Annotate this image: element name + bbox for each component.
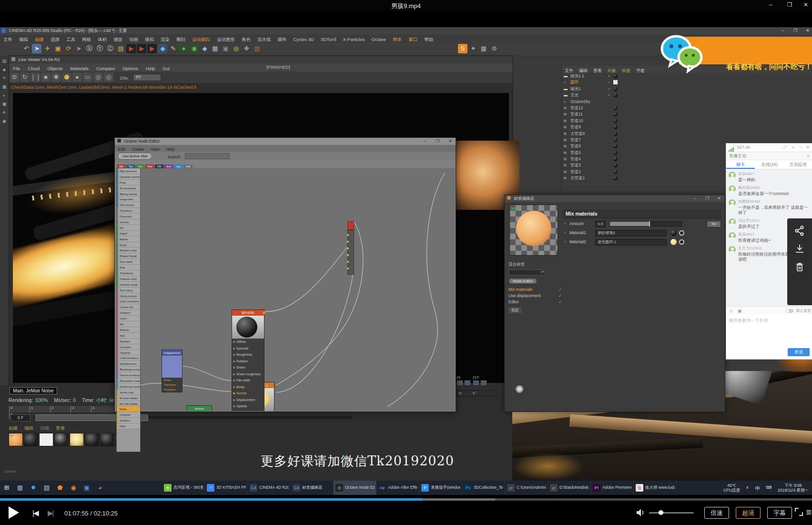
material2-value[interactable]: 发光圆环.1 [595,239,667,246]
amount-value[interactable]: 0.5 [595,221,605,227]
node-type-item[interactable]: Dirt [117,225,140,231]
node-type-item[interactable]: Falloff [117,231,140,237]
taskbar-icon[interactable]: ▣ [81,482,92,494]
object-name[interactable]: 管道6 [570,144,581,148]
layer-dots[interactable]: · · [600,124,603,130]
keyboard-icon[interactable]: ⌨ [766,485,771,490]
node-type-item[interactable]: Scattering medium [117,384,140,390]
minimize-button[interactable]: – [764,1,777,8]
timeline-ruler[interactable]: 012345 [9,405,117,413]
node-type-item[interactable]: UVW transform [117,355,140,361]
node-type-item[interactable]: Filter [117,423,140,429]
c4d-menu-item[interactable]: 运动图形 [217,37,235,42]
c4d-toolbar-icon[interactable]: ▶ [147,44,157,53]
c4d-mode-icon[interactable]: ▣ [1,101,8,107]
taskbar-app-button[interactable]: ◎ Octane Node Ed... [334,481,376,495]
c4d-menu-item[interactable]: 窗口 [408,37,417,42]
c4d-menu-item[interactable]: 动画 [129,37,138,42]
object-row[interactable]: ⧉ 大管道1 · · [562,175,656,181]
node-type-item[interactable]: Instance range [117,282,140,288]
layer-dots[interactable]: · · [600,105,603,111]
node-type-item[interactable]: Checks [117,219,140,225]
object-row[interactable]: ⧉ 管道6 · · [562,143,656,149]
material-editor-minimize[interactable]: – [690,195,700,202]
object-row[interactable]: ▬ 辅光1.1 · · ✓ [562,73,656,79]
material-param-row[interactable]: Displacement [232,397,264,403]
node-type-item[interactable]: Turbulence [117,270,140,276]
taskbar-icon[interactable]: ✸ [28,482,39,494]
node-type-item[interactable]: Displacement [117,361,140,367]
material-param-row[interactable]: Normal [232,390,264,397]
node-editor-menu-item[interactable]: Edit [118,147,125,152]
taskbar-icon[interactable]: ▤ [41,482,52,494]
material-param-row[interactable]: Sheen roughness [232,371,264,378]
chat-username[interactable]: 乐乐0817 [738,172,754,176]
frame-field[interactable]: 0 F [10,414,30,422]
c4d-menu-item[interactable]: 运动跟踪 [192,37,210,42]
material1-value[interactable]: 磨砂玻璃2 [595,230,667,237]
image-node-port[interactable]: Transform [162,382,182,387]
material-thumbnail[interactable] [100,433,114,446]
object-name[interactable]: 管道9 [570,124,581,129]
material-channel-label[interactable]: Use displacement [508,293,541,298]
image-texture-node[interactable]: Imagetexture PowerTransformProjection [162,350,183,392]
node-type-item[interactable]: OSL texture [117,202,140,208]
mix-output-node[interactable] [347,221,354,275]
node-type-item[interactable]: Float [117,180,140,185]
speed-button[interactable]: 倍速 [704,507,729,519]
layer-dots[interactable]: · · [600,73,603,79]
taskbar-app-button[interactable]: Pr Adobe Premiere... [591,481,634,495]
c4d-toolbar-icon[interactable]: ✛ [42,44,52,53]
material-thumbnail[interactable]: Mix [9,433,23,446]
live-viewer-tool-icon[interactable]: ■ [41,72,51,82]
node-type-item[interactable]: Noise [117,406,140,412]
object-row[interactable]: ⧉ 管道5 · · [562,150,656,156]
node-type-item[interactable]: Random color [117,247,140,253]
material-manager-menu-item[interactable]: 功能 [40,425,49,431]
object-manager-menu-item[interactable]: 查看 [593,68,602,73]
c4d-toolbar-icon[interactable]: ▶ [137,44,146,53]
taskbar-icon[interactable]: ◕ [94,482,106,494]
node-type-item[interactable]: Transform [117,208,140,214]
channel-checkbox[interactable]: ✓ [558,287,562,293]
material-param-row[interactable]: Opacity [232,403,264,410]
node-type-item[interactable]: Triplanar [117,350,140,356]
c4d-menu-item[interactable]: 体积 [98,37,107,42]
material-param-row[interactable]: Rotation [232,358,264,365]
node-type-item[interactable]: Noise [117,242,140,248]
c4d-toolbar-icon[interactable]: ⟳ [63,44,73,53]
layer-dots[interactable]: · · [600,150,603,156]
object-name[interactable]: 管道11 [570,112,583,116]
c4d-render-icon[interactable]: ✦ [468,44,478,53]
live-viewer-menu-item[interactable]: Help [146,66,155,71]
emoji-icon[interactable]: ☺ [729,309,733,313]
chat-username[interactable]: 王大力012011 [738,246,762,250]
c4d-menu-item[interactable]: 雕刻 [176,37,185,42]
object-name[interactable]: OctaneSky [570,99,590,104]
c4d-toolbar-icon[interactable]: Ⓩ [105,44,115,53]
c4d-toolbar-icon[interactable]: ↶ [21,44,31,53]
object-name[interactable]: 管道2 [570,169,581,174]
object-manager-menu-item[interactable]: 文件 [565,68,573,73]
object-row[interactable]: ● OctaneSky · · [562,99,656,105]
object-row[interactable]: ⧉ 管道3 · · [562,162,656,168]
c4d-toolbar-icon[interactable]: Ⓨ [95,44,104,53]
live-viewer-tool-icon[interactable]: ⚙ [10,72,19,82]
node-type-item[interactable]: Gradient [117,418,140,423]
collapse-chevron-icon[interactable]: ∨ [806,152,810,160]
c4d-render-icon[interactable]: S [458,44,467,53]
material-channel-row[interactable]: Mix materials ✓ [508,287,562,293]
taskbar-app-button[interactable]: P 直播助手(window... [419,481,462,495]
c4d-menu-item[interactable]: 3DToAll [321,37,336,42]
channel-dropdown[interactable]: PT [133,74,161,81]
c4d-mode-icon[interactable]: ✛ [1,109,8,116]
c4d-menu-item[interactable]: 角色 [242,37,251,42]
c4d-render-icon[interactable]: ▦ [479,44,488,53]
chat-username[interactable]: 刘慧聪92459 [738,199,760,204]
c4d-toolbar-icon[interactable]: ▦ [210,44,220,53]
live-viewer-menu-item[interactable]: Gui [162,66,170,71]
c4d-toolbar-icon[interactable]: ▥ [252,44,262,53]
c4d-toolbar-icon[interactable]: ✎ [168,44,178,53]
object-row[interactable]: ⧉ 大管道8 · · [562,131,656,137]
material-param-row[interactable]: Specular [232,345,264,352]
